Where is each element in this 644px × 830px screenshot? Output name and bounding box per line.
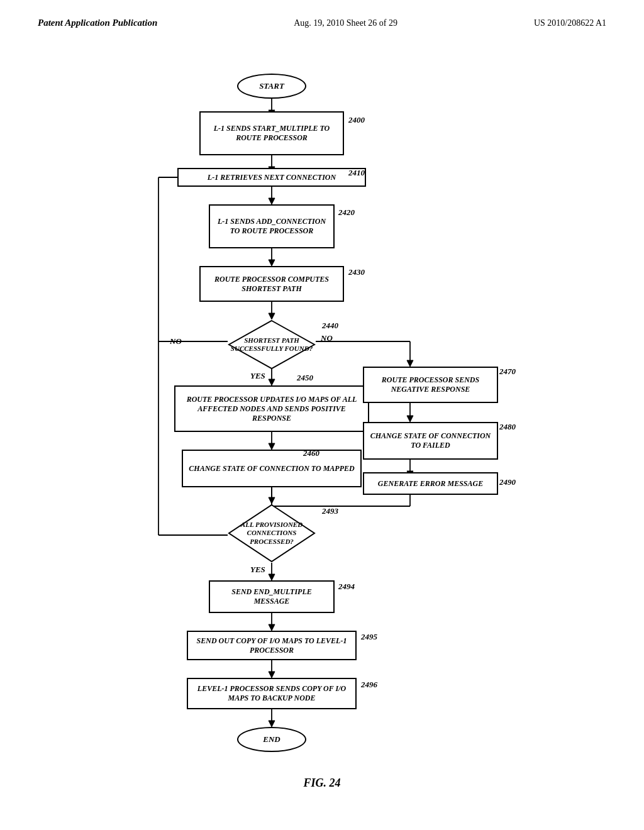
node-2490: GENERATE ERROR MESSAGE	[363, 472, 498, 495]
node-2494: SEND END_MULTIPLE MESSAGE	[209, 580, 335, 613]
node-2460: CHANGE STATE OF CONNECTION TO MAPPED	[182, 450, 362, 487]
ref-2480: 2480	[499, 422, 516, 432]
node-2470: ROUTE PROCESSOR SENDS NEGATIVE RESPONSE	[363, 367, 498, 403]
node-2480: CHANGE STATE OF CONNECTION TO FAILED	[363, 422, 498, 460]
yes-label: YES	[250, 371, 265, 381]
node-2496: LEVEL-1 PROCESSOR SENDS COPY OF I/O MAPS…	[187, 678, 357, 709]
node-2410: L-1 RETRIEVES NEXT CONNECTION	[177, 168, 366, 187]
ref-2440: 2440	[322, 321, 338, 331]
ref-2470: 2470	[499, 367, 516, 377]
start-node: START	[237, 74, 306, 99]
header-publication: Patent Application Publication	[38, 18, 157, 28]
ref-2460: 2460	[303, 448, 319, 458]
svg-marker-11	[269, 379, 275, 385]
flowchart-diagram: START L-1 SENDS START_MULTIPLE TO ROUTE …	[77, 47, 567, 770]
svg-marker-35	[269, 624, 275, 631]
ref-2495: 2495	[361, 632, 377, 642]
node-2420: L-1 SENDS ADD_CONNECTION TO ROUTE PROCES…	[209, 204, 335, 248]
ref-2430: 2430	[348, 267, 365, 277]
ref-2400: 2400	[348, 115, 365, 125]
ref-2420: 2420	[338, 208, 355, 218]
svg-marker-15	[269, 497, 275, 504]
svg-marker-9	[269, 313, 275, 319]
ref-2493: 2493	[322, 506, 338, 516]
svg-marker-5	[269, 198, 275, 204]
end-node: END	[237, 727, 306, 752]
ref-2496: 2496	[361, 680, 377, 690]
node-2440: SHORTEST PATH SUCCESSFULLY FOUND?	[228, 319, 316, 370]
node-2400: L-1 SENDS START_MULTIPLE TO ROUTE PROCES…	[199, 111, 344, 155]
figure-label: FIG. 24	[0, 777, 644, 790]
ref-2450-tag: 2450	[297, 373, 313, 383]
svg-marker-7	[269, 260, 275, 266]
svg-marker-33	[269, 574, 275, 580]
no-label-1: NO	[170, 336, 182, 346]
header-patent-num: US 2010/208622 A1	[534, 18, 606, 28]
node-2430: ROUTE PROCESSOR COMPUTES SHORTEST PATH	[199, 266, 344, 302]
node-2493: ALL PROVISIONED CONNECTIONS PROCESSED?	[228, 504, 316, 563]
svg-marker-37	[269, 672, 275, 678]
page-header: Patent Application Publication Aug. 19, …	[0, 0, 644, 28]
ref-2410: 2410	[348, 168, 365, 178]
header-date-sheet: Aug. 19, 2010 Sheet 26 of 29	[294, 18, 397, 28]
node-2450: ROUTE PROCESSOR UPDATES I/O MAPS OF ALL …	[174, 385, 369, 432]
node-2495: SEND OUT COPY OF I/O MAPS TO LEVEL-1 PRO…	[187, 631, 357, 660]
no-label-2: NO	[321, 333, 333, 343]
svg-marker-13	[269, 443, 275, 450]
svg-marker-20	[407, 416, 413, 422]
yes-label-2: YES	[250, 565, 265, 575]
ref-2490: 2490	[499, 477, 516, 487]
svg-marker-39	[269, 721, 275, 727]
svg-marker-18	[407, 360, 413, 367]
ref-2494: 2494	[338, 582, 355, 592]
